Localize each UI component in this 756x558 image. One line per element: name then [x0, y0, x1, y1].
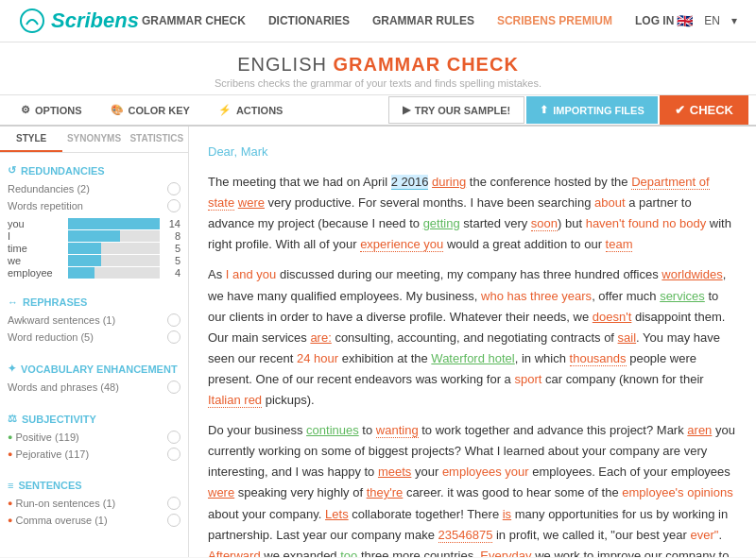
everyday-error: Everyday — [480, 549, 531, 557]
word-bar-you — [68, 218, 160, 229]
havent-found: haven't found no body — [586, 216, 707, 230]
circle-btn-5[interactable] — [167, 380, 180, 394]
word-bar-bg-employee — [68, 267, 160, 279]
logo-icon — [19, 8, 45, 34]
title-prefix: ENGLISH — [237, 54, 327, 75]
sail-error: sail — [618, 330, 637, 345]
rephrases-section: ↔ REPHRASES Awkward sentences (1) Word r… — [0, 285, 188, 351]
theyre: they're — [367, 485, 404, 499]
italian-red: Italian red — [208, 393, 262, 408]
doesnt: doesn't — [593, 310, 632, 324]
wanting-error: wanting — [376, 423, 419, 438]
nav-grammar-rules[interactable]: GRAMMAR RULES — [372, 14, 474, 27]
color-key-button[interactable]: 🎨 COLOR KEY — [97, 95, 203, 127]
title-main: GRAMMAR CHECK — [334, 54, 519, 75]
services-vocab: services — [660, 289, 705, 303]
rephrases-item-2: Word reduction (5) — [8, 329, 180, 346]
24hour: 24 hour — [297, 351, 338, 365]
circle-btn-8[interactable] — [167, 497, 180, 510]
were-speaking: were — [208, 485, 234, 499]
lang-label: EN — [704, 14, 720, 27]
word-bar-employee — [68, 267, 94, 279]
waterford: Waterford hotel — [431, 351, 514, 365]
check-label: CHECK — [690, 103, 733, 117]
rephrases-item-1: Awkward sentences (1) — [8, 312, 180, 329]
chevron-down-icon: ▾ — [731, 14, 737, 27]
during-error: during — [432, 175, 466, 189]
aren-error: aren — [687, 423, 712, 437]
nav-grammar-check[interactable]: GRAMMAR CHECK — [142, 14, 246, 27]
word-bars: you 14 I 8 time — [8, 218, 180, 279]
circle-btn-9[interactable] — [167, 514, 180, 527]
check-icon: ✔ — [675, 103, 685, 117]
positive-dot: ● — [8, 432, 12, 442]
are-error: are: — [310, 330, 331, 345]
comma-dot: ● — [8, 516, 12, 525]
paragraph-3: Do your business continues to wanting to… — [208, 420, 737, 557]
word-bar-bg-time — [68, 243, 160, 254]
run-on-dot: ● — [8, 499, 12, 508]
page-title-area: ENGLISH GRAMMAR CHECK Scribens checks th… — [0, 42, 756, 95]
sentences-section: ≡ SENTENCES ● Run-on sentences (1) ● Com… — [0, 468, 188, 534]
word-row-time: time 5 — [8, 243, 180, 254]
options-label: OPTIONS — [35, 105, 82, 116]
subjectivity-item-2: ● Pejorative (117) — [8, 446, 180, 463]
vocabulary-title: ✦ VOCABULARY ENHANCEMENT — [8, 363, 180, 375]
content-area[interactable]: Dear, Mark The meeting that we had on Ap… — [189, 127, 756, 557]
word-bar-i — [68, 230, 120, 242]
toolbar-right: ▶ TRY OUR SAMPLE! ⬆ IMPORTING FILES ✔ CH… — [388, 95, 748, 125]
i-and-you: I and you — [226, 267, 277, 281]
circle-btn-1[interactable] — [167, 182, 180, 195]
rephrase-icon: ↔ — [8, 296, 18, 308]
thousands: thousands — [570, 351, 627, 366]
flag-icon: 🇬🇧 — [677, 13, 693, 28]
subjectivity-section: ⚖ SUBJECTIVITY ● Positive (119) ● Pejora… — [0, 401, 188, 468]
options-button[interactable]: ⚙ OPTIONS — [8, 95, 95, 127]
sentences-item-1: ● Run-on sentences (1) — [8, 495, 180, 512]
repeat-icon: ↺ — [8, 164, 16, 177]
actions-button[interactable]: ⚡ ACTIONS — [205, 95, 297, 127]
tab-synonyms[interactable]: SYNONYMS — [62, 127, 125, 152]
salutation-text: Dear, Mark — [208, 144, 268, 159]
sentences-item-2: ● Comma overuse (1) — [8, 512, 180, 529]
salutation-line: Dear, Mark — [208, 142, 737, 162]
color-key-label: COLOR KEY — [129, 105, 190, 116]
paragraph-2: As I and you discussed during our meetin… — [208, 264, 737, 411]
word-row-employee: employee 4 — [8, 267, 180, 279]
team-error: team — [606, 237, 633, 252]
redundancies-item-2: Words repetition — [8, 197, 180, 214]
sentences-title: ≡ SENTENCES — [8, 480, 180, 491]
word-row-you: you 14 — [8, 218, 180, 229]
circle-btn-7[interactable] — [167, 448, 180, 461]
were-error: were — [238, 195, 265, 210]
circle-btn-4[interactable] — [167, 330, 180, 344]
word-bar-bg-we — [68, 255, 160, 266]
star-icon: ✦ — [8, 363, 16, 375]
word-row-i: I 8 — [8, 230, 180, 242]
check-button[interactable]: ✔ CHECK — [660, 95, 748, 125]
soon-error: soon — [531, 216, 558, 231]
sidebar-tabs: STYLE SYNONYMS STATISTICS — [0, 127, 188, 153]
about-highlight: about — [594, 195, 626, 210]
word-bar-bg-you — [68, 218, 160, 229]
actions-label: ACTIONS — [236, 105, 284, 116]
tab-style[interactable]: STYLE — [0, 127, 62, 152]
lets-error: Lets — [325, 507, 349, 521]
logo: Scribens — [19, 8, 139, 34]
word-bar-bg-i — [68, 230, 160, 242]
nav-premium[interactable]: SCRIBENS PREMIUM — [497, 14, 612, 27]
tab-statistics[interactable]: STATISTICS — [126, 127, 188, 152]
main-layout: STYLE SYNONYMS STATISTICS ↺ REDUNDANCIES… — [0, 127, 756, 557]
nav-dictionaries[interactable]: DICTIONARIES — [268, 14, 350, 27]
experience-you: experience you — [360, 237, 443, 252]
importing-button[interactable]: ⬆ IMPORTING FILES — [526, 96, 658, 124]
palette-icon: 🎨 — [111, 104, 124, 116]
who-three-years: who has three years — [481, 289, 592, 303]
circle-btn-2[interactable] — [167, 199, 180, 212]
employees-opinions: employee's opinions — [622, 485, 732, 499]
circle-btn-3[interactable] — [167, 313, 180, 327]
circle-btn-6[interactable] — [167, 431, 180, 444]
sample-button[interactable]: ▶ TRY OUR SAMPLE! — [388, 96, 524, 124]
nav-login[interactable]: LOG IN — [635, 14, 674, 27]
page-subtitle: Scribens checks the grammar of your text… — [0, 77, 756, 89]
